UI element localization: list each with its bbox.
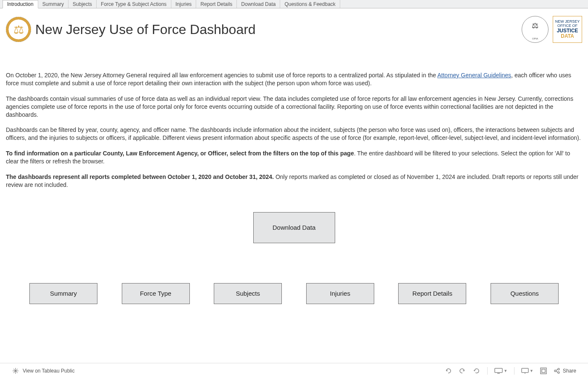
opia-logo-icon: ⚖ OPIA <box>522 16 549 43</box>
view-on-tableau-link[interactable]: View on Tableau Public <box>23 368 75 374</box>
page-header: ⚖ New Jersey Use of Force Dashboard ⚖ OP… <box>0 8 588 46</box>
tab-report-details[interactable]: Report Details <box>196 0 237 8</box>
svg-rect-10 <box>542 369 545 373</box>
nav-force-type-button[interactable]: Force Type <box>122 283 190 304</box>
tab-introduction[interactable]: Introduction <box>3 0 38 8</box>
svg-text:⚖: ⚖ <box>532 21 538 30</box>
fullscreen-icon[interactable] <box>540 368 547 374</box>
share-button[interactable]: Share <box>554 368 576 374</box>
tableau-icon <box>12 367 19 375</box>
tab-subjects[interactable]: Subjects <box>68 0 97 8</box>
download-data-button[interactable]: Download Data <box>253 212 335 243</box>
svg-point-12 <box>558 368 559 370</box>
undo-icon[interactable] <box>444 367 452 375</box>
download-row: Download Data <box>0 212 588 243</box>
svg-rect-5 <box>495 368 502 373</box>
ag-guidelines-link[interactable]: Attorney General Guidelines <box>437 72 511 79</box>
svg-point-13 <box>558 372 559 373</box>
redo-icon[interactable] <box>459 367 466 375</box>
footer-toolbar: View on Tableau Public ▼ ▼ Share <box>0 363 588 378</box>
justice-data-logo-icon: NEW JERSEY OFFICE OF JUSTICE DATA <box>553 16 582 43</box>
tab-injuries[interactable]: Injuries <box>171 0 197 8</box>
intro-p1: On October 1, 2020, the New Jersey Attor… <box>6 71 582 87</box>
intro-p5: The dashboards represent all reports com… <box>6 173 582 189</box>
tab-force-type-subject-actions[interactable]: Force Type & Subject Actions <box>97 0 171 8</box>
header-logos: ⚖ OPIA NEW JERSEY OFFICE OF JUSTICE DATA <box>522 16 582 43</box>
intro-p3: Dashboards can be filtered by year, coun… <box>6 126 582 142</box>
intro-p4: To find information on a particular Coun… <box>6 150 582 165</box>
tab-bar: Introduction Summary Subjects Force Type… <box>0 0 588 8</box>
footer-divider <box>487 367 488 375</box>
svg-line-15 <box>556 371 558 373</box>
ag-seal-icon: ⚖ <box>6 17 31 42</box>
svg-line-14 <box>556 369 558 370</box>
nav-questions-button[interactable]: Questions <box>491 283 559 304</box>
tab-questions-feedback[interactable]: Questions & Feedback <box>280 0 340 8</box>
svg-rect-7 <box>522 368 528 373</box>
page-title: New Jersey Use of Force Dashboard <box>35 22 256 37</box>
share-icon <box>554 368 560 374</box>
intro-text: On October 1, 2020, the New Jersey Attor… <box>0 46 588 189</box>
svg-rect-9 <box>541 368 546 374</box>
nav-button-row: Summary Force Type Subjects Injuries Rep… <box>0 283 588 304</box>
nav-injuries-button[interactable]: Injuries <box>306 283 374 304</box>
share-label: Share <box>563 368 576 374</box>
nav-report-details-button[interactable]: Report Details <box>398 283 466 304</box>
device-layout-icon[interactable]: ▼ <box>494 368 507 374</box>
tab-summary[interactable]: Summary <box>38 0 68 8</box>
presentation-icon[interactable]: ▼ <box>521 368 533 374</box>
nav-summary-button[interactable]: Summary <box>29 283 97 304</box>
nav-subjects-button[interactable]: Subjects <box>214 283 282 304</box>
reset-icon[interactable] <box>473 367 480 375</box>
intro-p2: The dashboards contain visual summaries … <box>6 95 582 119</box>
tab-download-data[interactable]: Download Data <box>237 0 280 8</box>
footer-divider <box>514 367 514 375</box>
